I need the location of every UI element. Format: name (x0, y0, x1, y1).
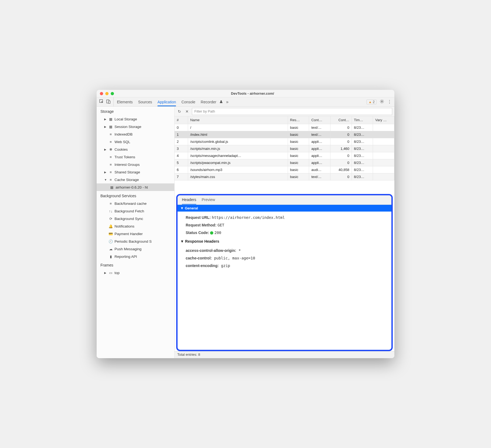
cell-tc: 8/23… (352, 145, 373, 152)
cell-cl: 0 (330, 131, 352, 138)
card-icon: 💳 (109, 232, 113, 236)
cell-n: 0 (175, 124, 188, 131)
minimize-icon[interactable] (105, 92, 109, 95)
cell-vh (373, 145, 394, 152)
expand-icon: ▶ (104, 271, 107, 274)
clear-icon[interactable]: ✕ (184, 109, 190, 114)
table-row[interactable]: 4/scripts/messagechanneladapt…basicappli… (175, 152, 394, 159)
sidebar-item-label: Local Storage (114, 117, 137, 121)
total-entries-label: Total entries: 8 (177, 353, 200, 357)
tab-application[interactable]: Application (158, 97, 176, 106)
sidebar-item-local-storage[interactable]: ▶▦Local Storage (97, 115, 174, 123)
grid-icon: ▦ (109, 125, 113, 129)
sidebar-item-payment-handler[interactable]: 💳Payment Handler (97, 230, 174, 238)
table-row[interactable]: 2/scripts/comlink.global.jsbasicappli…08… (175, 138, 394, 145)
column-header[interactable]: Tim… (352, 116, 373, 124)
more-tabs-icon[interactable]: » (226, 100, 228, 104)
expand-icon: ▶ (104, 125, 107, 128)
cell-n: 3 (175, 145, 188, 152)
warning-icon: ▲ (368, 100, 372, 104)
cell-cl: 1,460 (330, 145, 352, 152)
close-icon[interactable] (100, 92, 103, 95)
cell-ct: text/… (309, 131, 330, 138)
settings-icon[interactable] (380, 99, 384, 105)
tab-console[interactable]: Console (181, 97, 195, 106)
table-row[interactable]: 1/index.htmlbasictext/…08/23… (175, 131, 394, 138)
general-section-header[interactable]: ▼ General (178, 205, 391, 212)
cell-tc: 8/23… (352, 159, 373, 166)
sidebar-item-background-sync[interactable]: ⟳Background Sync (97, 215, 174, 222)
tab-sources[interactable]: Sources (138, 97, 152, 106)
svg-rect-2 (109, 101, 110, 103)
cell-name: /scripts/main.min.js (188, 145, 288, 152)
sidebar-item-label: Background Sync (114, 217, 143, 221)
column-header[interactable]: Res… (288, 116, 309, 124)
devtools-window: DevTools - airhorner.com/ ElementsSource… (97, 90, 394, 358)
table-row[interactable]: 3/scripts/main.min.jsbasicappli…1,4608/2… (175, 145, 394, 152)
tab-elements[interactable]: Elements (117, 97, 133, 106)
cell-vh (373, 152, 394, 159)
sidebar-item-periodic-background-s[interactable]: 🕘Periodic Background S (97, 238, 174, 245)
cell-n: 7 (175, 173, 188, 180)
detail-tab-preview[interactable]: Preview (202, 197, 215, 205)
cookie-icon: ❋ (109, 147, 113, 151)
sidebar-item-session-storage[interactable]: ▶▦Session Storage (97, 123, 174, 130)
cell-vh (373, 124, 394, 131)
sidebar-item-interest-groups[interactable]: ≡Interest Groups (97, 161, 174, 168)
sidebar-item-reporting-api[interactable]: ▮Reporting API (97, 253, 174, 260)
cell-vh (373, 131, 394, 138)
devtools-toolbar: ElementsSourcesApplicationConsoleRecorde… (97, 97, 394, 107)
sidebar-item-trust-tokens[interactable]: ≡Trust Tokens (97, 153, 174, 161)
sidebar-item-push-messaging[interactable]: ☁Push Messaging (97, 245, 174, 253)
expand-icon: ▶ (104, 118, 107, 121)
inspect-icon[interactable] (99, 99, 104, 105)
table-row[interactable]: 7/styles/main.cssbasictext/…08/23… (175, 173, 394, 180)
table-row[interactable]: 6/sounds/airhorn.mp3basicaudi…40,8588/23… (175, 166, 394, 173)
tab-recorder[interactable]: Recorder (201, 97, 217, 106)
sidebar-item-airhorner-0-6-20-ht[interactable]: ▦airhorner-0.6.20 - ht (97, 183, 174, 191)
cell-vh (373, 159, 394, 166)
cell-ct: appli… (309, 159, 330, 166)
filter-input[interactable] (192, 108, 392, 115)
header-key: content-encoding: (186, 263, 219, 268)
sidebar-item-label: Web SQL (114, 140, 130, 144)
zoom-icon[interactable] (111, 92, 114, 95)
cell-res: basic (288, 131, 309, 138)
cell-ct: appli… (309, 145, 330, 152)
refresh-icon[interactable]: ↻ (177, 109, 182, 114)
db-icon: ≡ (109, 163, 113, 167)
sidebar-item-label: Cache Storage (114, 178, 139, 182)
sidebar-item-web-sql[interactable]: ≡Web SQL (97, 138, 174, 146)
cell-cl: 0 (330, 173, 352, 180)
column-header[interactable]: Cont… (309, 116, 330, 124)
cell-tc: 8/23… (352, 124, 373, 131)
sidebar-item-background-fetch[interactable]: ↑↓Background Fetch (97, 207, 174, 215)
column-header[interactable]: # (175, 116, 188, 124)
request-url-value: https://airhorner.com/index.html (212, 215, 285, 220)
sidebar-item-back-forward-cache[interactable]: ≡Back/forward cache (97, 200, 174, 207)
status-code-value: 200 (214, 230, 221, 235)
device-toggle-icon[interactable] (106, 99, 111, 105)
kebab-menu-icon[interactable]: ⋮ (387, 99, 392, 104)
cell-res: basic (288, 145, 309, 152)
column-header[interactable]: Vary … (373, 116, 394, 124)
cache-entries-table: #NameRes…Cont…Cont…Tim…Vary … 0/basictex… (175, 116, 394, 180)
sidebar-item-shared-storage[interactable]: ▶≡Shared Storage (97, 168, 174, 176)
table-row[interactable]: 5/scripts/pwacompat.min.jsbasicappli…08/… (175, 159, 394, 166)
bell-icon: 🔔 (109, 224, 113, 228)
recorder-flask-icon (220, 100, 223, 104)
cell-tc: 8/23… (352, 166, 373, 173)
response-headers-section-header[interactable]: ▼ Response Headers (178, 237, 391, 245)
sidebar-item-top[interactable]: ▶▭top (97, 269, 174, 276)
warnings-badge[interactable]: ▲ 2 (366, 100, 377, 104)
sidebar-item-cookies[interactable]: ▶❋Cookies (97, 146, 174, 153)
sidebar-item-cache-storage[interactable]: ▼≡Cache Storage (97, 176, 174, 183)
table-row[interactable]: 0/basictext/…08/23… (175, 124, 394, 131)
column-header[interactable]: Name (188, 116, 288, 124)
detail-tab-headers[interactable]: Headers (182, 197, 196, 205)
sidebar-item-notifications[interactable]: 🔔Notifications (97, 222, 174, 230)
cell-name: /index.html (188, 131, 288, 138)
db-icon: ≡ (109, 170, 113, 174)
column-header[interactable]: Cont… (330, 116, 352, 124)
sidebar-item-indexeddb[interactable]: ≡IndexedDB (97, 130, 174, 138)
